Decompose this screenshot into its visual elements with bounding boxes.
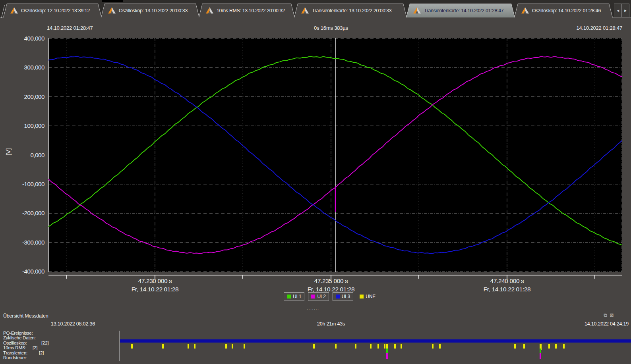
tab-bar: Oszilloskop: 12.10.2022 13:39:12Oszillos… — [0, 0, 631, 17]
overview-row-zyklischedaten: Zyklische Daten: — [3, 335, 36, 340]
close-panel-icon[interactable]: ⊠ — [609, 312, 614, 318]
overview-row-label: Zyklische Daten: — [3, 335, 36, 340]
rms-event-tick — [386, 349, 388, 353]
legend-item-UNE[interactable]: UNE — [357, 293, 378, 300]
legend-item-UL1[interactable]: UL1 — [284, 292, 304, 301]
y-tick-label: 400,000 — [0, 35, 45, 42]
oscilloscope-event-tick — [377, 344, 379, 349]
tab-label: Oszilloskop: 14.10.2022 01:28:46 — [532, 8, 601, 13]
oscilloscope-event-tick — [162, 344, 164, 349]
legend-label: UL2 — [317, 294, 325, 299]
pqbox-triangle-icon — [301, 7, 309, 14]
chart-legend: UL1UL2UL3UNE — [0, 292, 631, 301]
x-minor-tick — [242, 275, 243, 279]
oscilloscope-event-tick — [194, 344, 195, 349]
legend-color-swatch — [360, 295, 364, 299]
oscilloscope-event-tick — [401, 344, 402, 349]
scroll-tabs-left-button[interactable]: ◄ — [614, 4, 622, 17]
application-window: Oszilloskop: 12.10.2022 13:39:12Oszillos… — [0, 0, 631, 364]
overview-row-label: Oszilloskop: — [3, 341, 27, 345]
pqbox-triangle-icon — [108, 7, 116, 14]
oscilloscope-event-tick — [225, 344, 227, 349]
oscilloscope-event-tick — [188, 344, 189, 349]
y-tick-label: 300,000 — [0, 64, 45, 71]
tab-4[interactable]: Transientenkarte: 13.10.2022 20:00:33 — [294, 4, 407, 17]
legend-label: UL3 — [342, 294, 350, 299]
tab-3[interactable]: 10ms RMS: 13.10.2022 20:00:32 — [199, 4, 295, 17]
x-axis-line — [48, 275, 622, 275]
y-tick-label: -200,000 — [0, 210, 45, 216]
waveform-panel: 14.10.2022 01:28:47 0s 16ms 383µs 14.10.… — [0, 17, 631, 311]
overview-row-oszilloskop: Oszilloskop:[22] — [3, 341, 27, 345]
tab-2[interactable]: Oszilloskop: 13.10.2022 20:00:33 — [101, 4, 199, 17]
tab-6[interactable]: Oszilloskop: 14.10.2022 01:28:46 — [514, 4, 613, 17]
overview-row-msrms: 10ms RMS:[2] — [3, 345, 26, 350]
tab-label: Transientenkarte: 13.10.2022 20:00:33 — [312, 8, 391, 13]
overview-row-count: [2] — [39, 351, 44, 355]
oscilloscope-event-tick — [432, 344, 434, 349]
view-position-marker[interactable] — [502, 334, 502, 361]
window-span-label: 0s 16ms 383µs — [291, 25, 371, 31]
legend-item-UL2[interactable]: UL2 — [308, 292, 329, 301]
transient-event-tick — [386, 353, 388, 359]
y-tick-label: 0,000 — [0, 152, 45, 158]
overview-row-transienten: Transienten:[2] — [3, 351, 27, 355]
overview-row-rundsteuer: Rundsteuer: — [3, 355, 27, 360]
overview-row-count: [2] — [33, 345, 37, 350]
legend-label: UNE — [366, 294, 376, 299]
overview-window-buttons: ⧉ ⊠ — [603, 312, 614, 318]
oscilloscope-event-tick — [394, 344, 396, 349]
cyclic-data-bar — [120, 339, 631, 343]
oscilloscope-event-tick — [335, 344, 337, 349]
tab-1[interactable]: Oszilloskop: 12.10.2022 13:39:12 — [3, 4, 102, 17]
y-tick-label: 200,000 — [0, 93, 45, 100]
tab-5-selected[interactable]: Transientenkarte: 14.10.2022 01:28:47 — [406, 4, 515, 17]
overview-start-timestamp: 13.10.2022 08:02:36 — [51, 321, 95, 327]
tab-content: Oszilloskop: 14.10.2022 01:28:46 — [514, 4, 613, 17]
tab-label: Oszilloskop: 13.10.2022 20:00:33 — [119, 8, 188, 13]
tab-label: Transientenkarte: 14.10.2022 01:28:47 — [424, 8, 503, 13]
oscilloscope-event-tick — [131, 344, 133, 349]
oscilloscope-event-tick — [555, 344, 557, 349]
overview-title: Übersicht Messdaten — [3, 313, 48, 319]
y-tick-label: -400,000 — [0, 268, 45, 275]
window-start-timestamp: 14.10.2022 01:28:47 — [47, 25, 93, 31]
restore-panel-icon[interactable]: ⧉ — [603, 312, 608, 318]
scroll-tabs-right-button[interactable]: ► — [621, 4, 629, 17]
x-minor-tick — [594, 275, 595, 279]
oscilloscope-event-tick — [439, 344, 441, 349]
legend-label: UL1 — [293, 294, 301, 299]
x-tick-time-label: 47.240 000 s — [471, 277, 543, 285]
tab-content: Transientenkarte: 14.10.2022 01:28:47 — [406, 4, 515, 17]
legend-color-swatch — [311, 295, 315, 299]
oscilloscope-event-tick — [548, 344, 550, 349]
y-tick-label: -300,000 — [0, 239, 45, 246]
tab-label: Oszilloskop: 12.10.2022 13:39:12 — [21, 8, 90, 13]
legend-item-UL3[interactable]: UL3 — [333, 292, 353, 301]
overview-row-count: [22] — [41, 341, 48, 345]
oscilloscope-event-tick — [370, 344, 372, 349]
overview-end-timestamp: 14.10.2022 04:24:19 — [585, 321, 629, 327]
oscilloscope-event-tick — [384, 344, 385, 349]
overview-row-pqereignisse: PQ-Ereignisse: — [3, 331, 33, 335]
oscilloscope-event-tick — [355, 344, 356, 349]
plot-area[interactable] — [48, 38, 622, 272]
window-end-timestamp: 14.10.2022 01:28:47 — [577, 25, 622, 31]
y-tick-label: -100,000 — [0, 181, 45, 187]
tab-content: Oszilloskop: 12.10.2022 13:39:12 — [3, 4, 102, 17]
tab-content: Transientenkarte: 13.10.2022 20:00:33 — [294, 4, 407, 17]
transient-event-tick — [540, 353, 541, 359]
tab-scroll-buttons: ◄ ► — [614, 4, 629, 17]
overview-row-label: 10ms RMS: — [3, 345, 26, 350]
tab-content: 10ms RMS: 13.10.2022 20:00:32 — [199, 4, 295, 17]
x-minor-tick — [418, 275, 419, 279]
legend-color-swatch — [287, 295, 291, 299]
oscilloscope-event-tick — [563, 344, 565, 349]
pqbox-triangle-icon — [205, 7, 214, 14]
oscilloscope-event-tick — [523, 344, 525, 349]
overview-row-label: PQ-Ereignisse: — [3, 331, 33, 335]
pqbox-triangle-icon — [413, 7, 421, 14]
legend-color-swatch — [336, 295, 340, 299]
x-minor-tick — [66, 275, 67, 279]
oscilloscope-event-tick — [244, 344, 245, 349]
